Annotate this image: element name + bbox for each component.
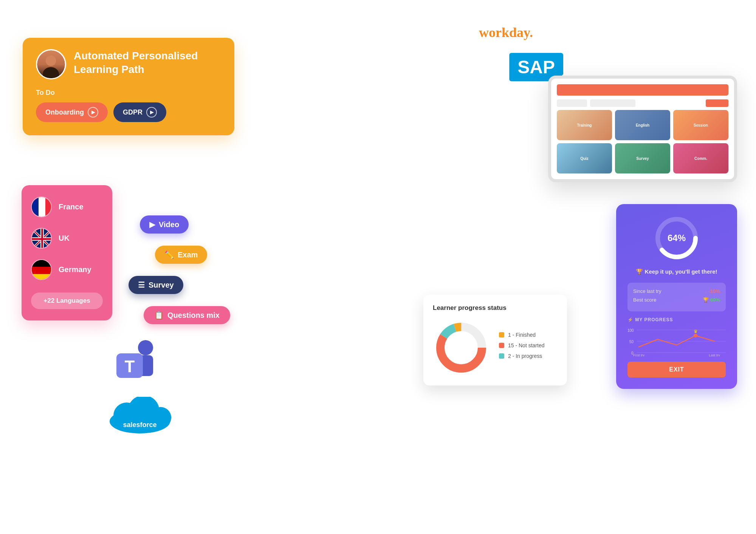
tablet-thumb-4: Quiz — [557, 143, 612, 173]
best-score-label: Best score — [633, 297, 656, 303]
legend-not-started: 15 - Not started — [499, 342, 558, 348]
legend-dot-not-started — [499, 343, 504, 348]
card-title: Automated Personalised Learning Path — [74, 49, 221, 77]
language-item-france: France — [31, 197, 103, 217]
workday-logo: workday. — [479, 25, 533, 40]
learning-path-card: Automated Personalised Learning Path To … — [23, 38, 234, 135]
questions-icon: 📋 — [154, 311, 164, 320]
badge-video: ▶ Video — [140, 215, 189, 234]
circle-progress-card: 64% 🏆 Keep it up, you'll get there! Sinc… — [616, 204, 737, 389]
svg-text:♛: ♛ — [694, 329, 698, 334]
exit-button[interactable]: EXIT — [627, 362, 726, 378]
circle-percent: 64% — [668, 233, 686, 243]
onboarding-button[interactable]: Onboarding ▶ — [36, 102, 108, 122]
language-item-uk: UK — [31, 228, 103, 249]
since-last-try-value: ↓ -10% — [705, 288, 720, 294]
gdpr-button[interactable]: GDPR ▶ — [113, 102, 166, 122]
svg-rect-14 — [32, 260, 52, 267]
my-progress-section: ⚡ MY PROGRESS 100 50 0 ♛ First try Last … — [627, 317, 726, 358]
survey-icon: ☰ — [138, 280, 145, 289]
donut-content: 1 - Finished 15 - Not started 2 - In pro… — [433, 319, 558, 376]
best-score-value: 🏆 80% — [703, 297, 720, 303]
svg-text:T: T — [125, 357, 135, 376]
card-header: Automated Personalised Learning Path — [36, 49, 221, 79]
tablet-thumb-3: Session — [673, 110, 728, 140]
motivate-text: 🏆 Keep it up, you'll get there! — [627, 268, 726, 275]
svg-point-38 — [694, 334, 697, 337]
donut-card-title: Learner progress status — [433, 304, 558, 312]
exam-label: Exam — [178, 251, 198, 259]
stat-row-best-score: Best score 🏆 80% — [633, 297, 720, 303]
tablet-thumb-1: Training — [557, 110, 612, 140]
legend-dot-finished — [499, 332, 504, 337]
legend-finished: 1 - Finished — [499, 332, 558, 338]
questions-label: Questions mix — [167, 311, 220, 320]
svg-text:First try: First try — [633, 353, 644, 356]
svg-rect-13 — [32, 274, 52, 280]
svg-text:100: 100 — [627, 328, 634, 333]
svg-point-0 — [46, 55, 56, 66]
badge-questions-mix: 📋 Questions mix — [144, 306, 230, 324]
legend-dot-in-progress — [499, 353, 504, 359]
circle-chart: 64% — [654, 215, 699, 261]
svg-text:Last try: Last try — [709, 353, 720, 356]
legend-text-finished: 1 - Finished — [508, 332, 536, 338]
svg-rect-10 — [32, 238, 52, 240]
svg-text:salesforce: salesforce — [123, 421, 156, 429]
language-item-germany: Germany — [31, 259, 103, 280]
donut-chart — [433, 319, 490, 376]
legend-in-progress: 2 - In progress — [499, 353, 558, 359]
play-icon-2: ▶ — [146, 107, 157, 118]
flag-germany — [31, 259, 52, 280]
progress-line-chart: 100 50 0 ♛ First try Last try — [627, 326, 726, 356]
country-name-germany: Germany — [59, 265, 91, 274]
tablet-thumb-5: Survey — [615, 143, 670, 173]
badge-exam: ✏️ Exam — [155, 246, 207, 264]
more-languages-button[interactable]: +22 Languages — [31, 293, 103, 309]
todo-label: To Do — [36, 89, 221, 97]
svg-rect-12 — [32, 267, 52, 274]
teams-logo: T — [110, 336, 159, 382]
stat-row-last-try: Since last try ↓ -10% — [633, 288, 720, 294]
donut-card: Learner progress status 1 - Finished 15 … — [423, 295, 567, 385]
svg-text:50: 50 — [629, 340, 634, 344]
legend-text-in-progress: 2 - In progress — [508, 353, 542, 359]
gdpr-label: GDPR — [123, 108, 143, 116]
svg-point-1 — [43, 67, 59, 78]
play-icon: ▶ — [88, 107, 98, 118]
donut-legend: 1 - Finished 15 - Not started 2 - In pro… — [499, 332, 558, 364]
tablet-thumb-2: English — [615, 110, 670, 140]
salesforce-logo: salesforce — [106, 397, 174, 435]
country-name-uk: UK — [59, 234, 70, 243]
languages-card: France UK — [22, 185, 112, 320]
survey-label: Survey — [149, 281, 174, 289]
flag-uk — [31, 228, 52, 249]
tablet-card: Training English Session Quiz Survey Com… — [548, 76, 737, 182]
progress-stats: Since last try ↓ -10% Best score 🏆 80% — [627, 283, 726, 311]
legend-text-not-started: 15 - Not started — [508, 342, 545, 348]
video-label: Video — [159, 220, 179, 229]
avatar — [36, 49, 66, 79]
card-buttons: Onboarding ▶ GDPR ▶ — [36, 102, 221, 122]
exam-icon: ✏️ — [164, 250, 174, 259]
badge-survey: ☰ Survey — [129, 276, 183, 294]
flag-france — [31, 197, 52, 217]
svg-point-17 — [138, 340, 153, 355]
tablet-thumb-6: Comm. — [673, 143, 728, 173]
since-last-try-label: Since last try — [633, 288, 661, 294]
my-progress-label: ⚡ MY PROGRESS — [627, 317, 726, 322]
tablet-header — [557, 84, 728, 96]
tablet-grid: Training English Session Quiz Survey Com… — [557, 110, 728, 173]
onboarding-label: Onboarding — [45, 108, 84, 116]
country-name-france: France — [59, 203, 84, 211]
video-icon: ▶ — [149, 220, 155, 229]
